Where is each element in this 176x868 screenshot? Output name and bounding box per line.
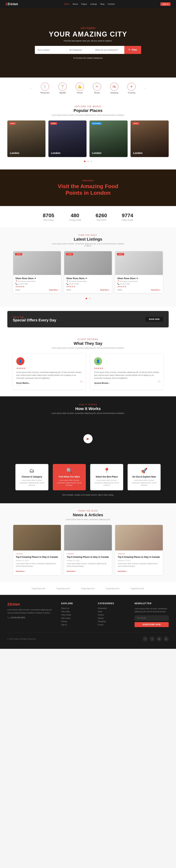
listing-card-2[interactable]: OPEN Silver Rose Store ✦ 📍 45 Avenue Oce… bbox=[115, 251, 163, 293]
category-restaurant-label: Restaurant bbox=[41, 92, 50, 94]
nav-listings[interactable]: Listings bbox=[90, 3, 97, 5]
social-linkedin-button[interactable]: in bbox=[156, 637, 162, 642]
nav-signin-link[interactable]: Sign In bbox=[160, 2, 171, 6]
news-read-more-0[interactable]: Read More › bbox=[16, 570, 25, 572]
footer-logo: 22istan bbox=[7, 602, 54, 607]
place-badge-1: OPEN bbox=[50, 122, 57, 125]
beauty-icon: ✂ bbox=[93, 83, 101, 91]
testimonial-role-1: ........... bbox=[94, 384, 160, 386]
news-card-0[interactable]: Canada Top 8 Amazing Places to Stay in C… bbox=[13, 525, 61, 575]
play-button[interactable]: ▶ bbox=[83, 434, 93, 443]
nav-logo[interactable]: 22istan bbox=[5, 2, 18, 6]
listing-read-more-2[interactable]: Read More › bbox=[151, 289, 160, 291]
footer-explore-link-4[interactable]: Pricing bbox=[61, 620, 91, 622]
category-traveling[interactable]: ✈ Traveling bbox=[127, 83, 135, 94]
nav-blog[interactable]: Blog bbox=[100, 3, 104, 5]
popular-eyebrow: Explore The World bbox=[7, 105, 169, 107]
footer-newsletter-input[interactable] bbox=[134, 615, 169, 621]
listing-phone-meta-2: 📞 123 456 7890 bbox=[117, 283, 160, 285]
listings-dot-active[interactable] bbox=[85, 298, 87, 299]
testimonial-name-1: Jessica Brown... bbox=[94, 382, 160, 384]
news-read-more-1[interactable]: Read More › bbox=[67, 570, 76, 572]
footer-explore-link-2[interactable]: Place Detail bbox=[61, 614, 91, 616]
footer-cat-link-3[interactable]: Beauty bbox=[98, 617, 127, 619]
listing-card-1[interactable]: OPEN Silver Rose Store ✦ 📍 45 Avenue Oce… bbox=[64, 251, 112, 293]
listing-card-0[interactable]: OPEN Silver Rose Store ✦ 📍 45 Avenue Oce… bbox=[13, 251, 61, 293]
listings-dot-1[interactable] bbox=[89, 298, 91, 299]
how-step-title-3: Go Out & Explore Now bbox=[130, 475, 158, 478]
footer-cat-link-0[interactable]: Restaurant bbox=[98, 607, 127, 609]
how-video[interactable]: ▶ bbox=[24, 418, 152, 459]
social-pinterest-button[interactable]: p bbox=[164, 637, 169, 642]
place-card-2[interactable]: FEATURED London bbox=[90, 121, 128, 157]
news-desc: Lorem ipsum dolor sit amet, consectetur … bbox=[51, 519, 125, 521]
listing-phone-meta-0: 📞 123 456 7890 bbox=[16, 283, 59, 285]
popular-title: Popular Places bbox=[7, 108, 169, 113]
footer-categories-col: Categories Restaurant Hotel Fitness Beau… bbox=[98, 602, 127, 627]
nav-pages[interactable]: Pages bbox=[81, 3, 87, 5]
category-fitness[interactable]: 💪 Fitness bbox=[76, 83, 84, 94]
nav-home[interactable]: Home bbox=[64, 3, 69, 5]
location-icon-2: 📍 bbox=[117, 280, 119, 282]
hero-category-input[interactable] bbox=[67, 46, 93, 54]
footer-cat-link-4[interactable]: Shopping bbox=[98, 620, 127, 622]
place-card-0[interactable]: OPEN London bbox=[7, 121, 46, 157]
listing-badge-1: OPEN bbox=[66, 253, 73, 255]
navbar: 22istan Home About Pages Listings Blog C… bbox=[0, 0, 176, 8]
footer-explore-link-3[interactable]: Add Listing bbox=[61, 617, 91, 619]
footer-subscribe-button[interactable]: SUBSCRIBE NOW bbox=[134, 622, 169, 627]
footer-cat-link-1[interactable]: Hotel bbox=[98, 611, 127, 613]
listing-read-more-1[interactable]: Read More › bbox=[100, 289, 110, 291]
stat-clients-label: Total Clients bbox=[96, 219, 107, 221]
footer-explore-link-5[interactable]: Sign In bbox=[61, 624, 91, 626]
place-card-3[interactable]: OPEN London bbox=[130, 121, 169, 157]
traveling-icon: ✈ bbox=[127, 83, 135, 91]
news-card-1[interactable]: Canada Top 8 Amazing Places to Stay in C… bbox=[64, 525, 112, 575]
category-beauty[interactable]: ✂ Beauty bbox=[93, 83, 101, 94]
footer-cat-link-5[interactable]: Events bbox=[98, 624, 127, 626]
category-nightlife[interactable]: 🍸 Nightlife bbox=[58, 83, 67, 94]
nav-contact[interactable]: Contact bbox=[108, 3, 115, 5]
footer-newsletter-desc: Lorem ipsum dolor sit amet, consectetur … bbox=[134, 607, 169, 613]
news-read-more-2[interactable]: Read More › bbox=[118, 570, 127, 572]
nav-menu: Home About Pages Listings Blog Contact bbox=[64, 3, 115, 5]
stat-listings: 8705 Total Listings bbox=[43, 213, 54, 221]
hero-search-button[interactable]: 🔍 Filter bbox=[124, 46, 141, 54]
footer-newsletter-col: Newsletter Lorem ipsum dolor sit amet, c… bbox=[134, 602, 169, 627]
dot-active[interactable] bbox=[84, 161, 85, 162]
nav-about[interactable]: About bbox=[73, 3, 78, 5]
footer-explore-link-0[interactable]: Place List bbox=[61, 607, 91, 609]
categories-next-arrow[interactable]: › bbox=[145, 86, 146, 90]
footer-cat-link-2[interactable]: Fitness bbox=[98, 614, 127, 616]
footer-about-col: 22istan Lorem ipsum dolor sit amet, cons… bbox=[7, 602, 54, 627]
footer-explore-link-1[interactable]: Place Map bbox=[61, 611, 91, 613]
offers-book-button[interactable]: BOOK NOW bbox=[145, 317, 163, 322]
testimonials-title: What They Say bbox=[7, 341, 169, 346]
category-restaurant[interactable]: 🍴 Restaurant bbox=[41, 83, 50, 94]
food-title: Visit the Amazing Food Points in London bbox=[58, 183, 118, 196]
category-shopping[interactable]: 🛍 Shopping bbox=[110, 83, 118, 94]
place-name-2: London bbox=[92, 152, 101, 154]
news-section: From The Blog News & Articles Lorem ipsu… bbox=[0, 503, 176, 582]
listing-read-more-0[interactable]: Read More › bbox=[49, 289, 59, 291]
social-twitter-button[interactable]: t bbox=[150, 637, 155, 642]
hero-browse-text: Or browse the related categories bbox=[73, 57, 103, 59]
stat-happy: 9774 Happy People bbox=[122, 213, 133, 221]
stat-staff-label: Company Staff bbox=[69, 219, 81, 221]
dot-1[interactable] bbox=[87, 161, 89, 162]
social-facebook-button[interactable]: f bbox=[143, 637, 148, 642]
partner-logo-2: logoipsum bbox=[81, 587, 95, 590]
place-card-1[interactable]: OPEN London bbox=[48, 121, 86, 157]
hero-keyword-input[interactable] bbox=[93, 46, 124, 54]
listings-section: Find The Best Latest Listings Lorem ipsu… bbox=[0, 227, 176, 307]
how-step-3: 🚀 Go Out & Explore Now Lorem ipsum dolor… bbox=[128, 464, 160, 490]
footer-explore-col: Explore Place List Place Map Place Detai… bbox=[61, 602, 91, 627]
dot-2[interactable] bbox=[91, 161, 92, 162]
how-step-desc-3: Lorem ipsum dolor sit amet, consectetur … bbox=[130, 479, 158, 487]
listing-body-2: Silver Rose Store ✦ 📍 45 Avenue Ocean Ro… bbox=[115, 275, 163, 293]
news-grid: Canada Top 8 Amazing Places to Stay in C… bbox=[7, 525, 169, 575]
categories-prev-arrow[interactable]: ‹ bbox=[30, 86, 31, 90]
hero-location-input[interactable] bbox=[35, 46, 67, 54]
stat-clients: 6260 Total Clients bbox=[96, 213, 107, 221]
news-card-2[interactable]: Canada Top 8 Amazing Places to Stay in C… bbox=[115, 525, 163, 575]
